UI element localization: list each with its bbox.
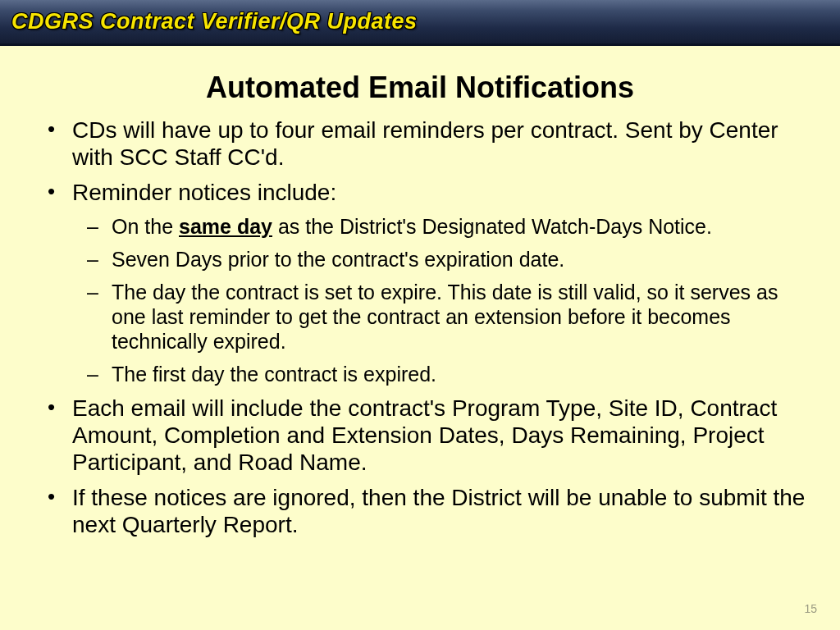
sub-bullet-text-post: as the District's Designated Watch-Days … <box>272 215 712 238</box>
sub-bullet-item: Seven Days prior to the contract's expir… <box>112 247 807 272</box>
bullet-item: Reminder notices include: On the same da… <box>72 179 807 386</box>
slide: CDGRS Contract Verifier/QR Updates Autom… <box>0 0 840 630</box>
title-bar: CDGRS Contract Verifier/QR Updates <box>0 0 840 46</box>
bullet-item: If these notices are ignored, then the D… <box>72 484 807 538</box>
bullet-item: Each email will include the contract's P… <box>72 395 807 476</box>
title-bar-text: CDGRS Contract Verifier/QR Updates <box>11 9 418 34</box>
sub-bullet-item: The first day the contract is expired. <box>112 362 807 386</box>
slide-content: Automated Email Notifications CDs will h… <box>0 46 840 538</box>
bullet-list-level1: CDs will have up to four email reminders… <box>33 116 807 538</box>
bullet-text: Reminder notices include: <box>72 180 336 205</box>
sub-bullet-emph: same day <box>179 215 272 238</box>
page-number: 15 <box>804 602 817 615</box>
bullet-list-level2: On the same day as the District's Design… <box>72 214 807 386</box>
slide-title: Automated Email Notifications <box>33 71 807 105</box>
bullet-item: CDs will have up to four email reminders… <box>72 116 807 171</box>
sub-bullet-item: On the same day as the District's Design… <box>112 214 807 239</box>
sub-bullet-item: The day the contract is set to expire. T… <box>112 280 807 354</box>
sub-bullet-text-pre: On the <box>112 215 179 238</box>
